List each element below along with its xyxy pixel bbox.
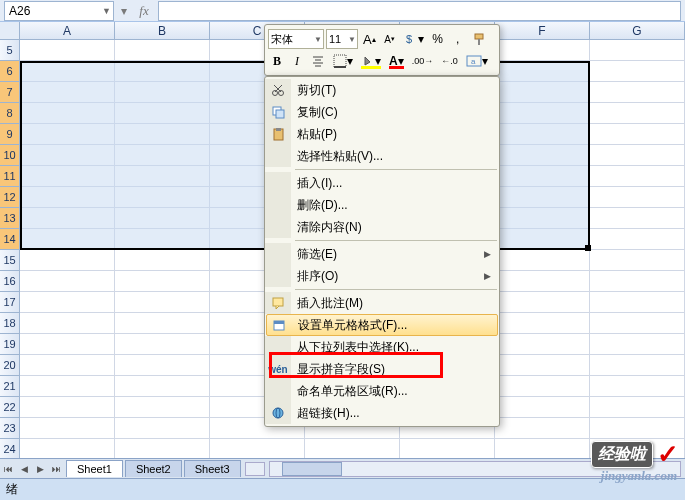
column-header-B[interactable]: B [115,22,210,40]
cell[interactable] [115,439,210,460]
merge-center-button[interactable]: a▾ [463,51,491,71]
column-header-G[interactable]: G [590,22,685,40]
row-header-23[interactable]: 23 [0,418,20,439]
menu-item[interactable]: 清除内容(N) [265,216,499,238]
cell[interactable] [20,439,115,460]
borders-button[interactable]: ▾ [330,51,356,71]
row-header-10[interactable]: 10 [0,145,20,166]
sheet-tab-Sheet2[interactable]: Sheet2 [125,460,182,477]
cell[interactable] [115,418,210,439]
row-header-11[interactable]: 11 [0,166,20,187]
decrease-decimal-button[interactable]: .00→ [409,51,437,71]
cell[interactable] [115,334,210,355]
cell[interactable] [115,208,210,229]
shrink-font-button[interactable]: A▾ [381,29,399,49]
font-color-button[interactable]: A ▾ [386,51,407,71]
row-header-7[interactable]: 7 [0,82,20,103]
menu-item[interactable]: 从下拉列表中选择(K)... [265,336,499,358]
cell[interactable] [590,292,685,313]
cell[interactable] [495,61,590,82]
cell[interactable] [495,166,590,187]
cell[interactable] [115,397,210,418]
cell[interactable] [495,397,590,418]
cell[interactable] [20,61,115,82]
cell[interactable] [115,145,210,166]
cell[interactable] [20,103,115,124]
row-header-16[interactable]: 16 [0,271,20,292]
cell[interactable] [590,82,685,103]
format-painter-button[interactable] [469,29,489,49]
row-header-20[interactable]: 20 [0,355,20,376]
cell[interactable] [115,187,210,208]
percent-button[interactable]: % [429,29,447,49]
cell[interactable] [20,397,115,418]
menu-item[interactable]: wén显示拼音字段(S) [265,358,499,380]
sheet-tab-Sheet3[interactable]: Sheet3 [184,460,241,477]
cell[interactable] [590,271,685,292]
cell[interactable] [115,271,210,292]
cell[interactable] [590,397,685,418]
row-header-15[interactable]: 15 [0,250,20,271]
bold-button[interactable]: B [268,51,286,71]
menu-item[interactable]: 超链接(H)... [265,402,499,424]
cell[interactable] [20,334,115,355]
cell[interactable] [495,439,590,460]
cell[interactable] [20,271,115,292]
menu-item[interactable]: 插入批注(M) [265,292,499,314]
cell[interactable] [495,82,590,103]
menu-item[interactable]: 剪切(T) [265,79,499,101]
center-align-button[interactable] [308,51,328,71]
cell[interactable] [115,40,210,61]
cell[interactable] [115,82,210,103]
cell[interactable] [590,229,685,250]
font-size-select[interactable]: 11 ▼ [326,29,358,49]
cell[interactable] [590,166,685,187]
cell[interactable] [20,82,115,103]
cell[interactable] [590,145,685,166]
menu-item[interactable]: 插入(I)... [265,172,499,194]
cell[interactable] [115,355,210,376]
cell[interactable] [590,355,685,376]
font-name-select[interactable]: 宋体 ▼ [268,29,324,49]
cell[interactable] [495,229,590,250]
cell[interactable] [495,313,590,334]
cell[interactable] [495,103,590,124]
cell[interactable] [495,355,590,376]
formula-input[interactable] [158,1,681,21]
menu-item[interactable]: 筛选(E)▶ [265,243,499,265]
cell[interactable] [590,61,685,82]
row-header-14[interactable]: 14 [0,229,20,250]
fx-button[interactable]: fx [134,1,154,21]
row-header-5[interactable]: 5 [0,40,20,61]
cell[interactable] [590,418,685,439]
cell[interactable] [495,40,590,61]
cell[interactable] [115,103,210,124]
cell[interactable] [590,187,685,208]
grow-font-button[interactable]: A▴ [360,29,379,49]
fill-color-button[interactable]: ▾ [358,51,384,71]
menu-item[interactable]: 命名单元格区域(R)... [265,380,499,402]
cell[interactable] [495,376,590,397]
cell[interactable] [20,208,115,229]
new-sheet-button[interactable] [245,462,265,476]
scroll-thumb[interactable] [282,462,342,476]
comma-style-button[interactable]: , [449,29,467,49]
cell[interactable] [590,124,685,145]
cell[interactable] [495,334,590,355]
menu-item[interactable]: 粘贴(P) [265,123,499,145]
increase-decimal-button[interactable]: ←.0 [438,51,461,71]
cell[interactable] [20,250,115,271]
cell[interactable] [400,439,495,460]
row-header-21[interactable]: 21 [0,376,20,397]
cell[interactable] [115,124,210,145]
cell[interactable] [115,313,210,334]
cell[interactable] [495,187,590,208]
cell[interactable] [20,124,115,145]
cell[interactable] [115,61,210,82]
cell[interactable] [590,376,685,397]
cell[interactable] [20,166,115,187]
row-header-17[interactable]: 17 [0,292,20,313]
cell[interactable] [495,145,590,166]
cell[interactable] [20,229,115,250]
menu-item[interactable]: 删除(D)... [265,194,499,216]
